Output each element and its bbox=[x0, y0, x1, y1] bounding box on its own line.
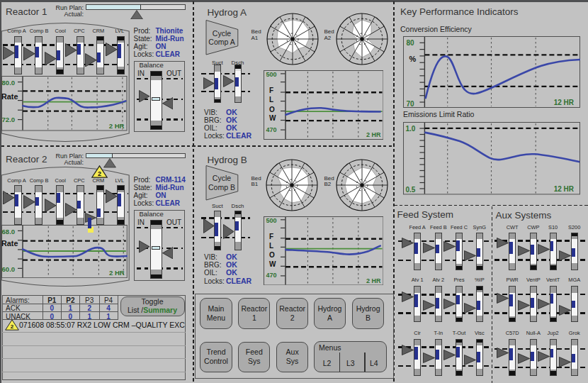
svg-text:F: F bbox=[269, 232, 273, 240]
svg-text:80.0: 80.0 bbox=[2, 79, 16, 87]
svg-text:O: O bbox=[269, 251, 275, 259]
svg-text:F: F bbox=[269, 87, 273, 94]
svg-text:12 HR: 12 HR bbox=[553, 186, 573, 194]
svg-text:2 HR: 2 HR bbox=[366, 131, 381, 138]
svg-text:470: 470 bbox=[266, 126, 276, 133]
svg-text:O: O bbox=[269, 106, 275, 113]
svg-text:1.0: 1.0 bbox=[405, 126, 415, 133]
svg-text:470: 470 bbox=[266, 272, 276, 279]
svg-text:12 HR: 12 HR bbox=[553, 99, 574, 106]
svg-text:2 HR: 2 HR bbox=[109, 269, 125, 277]
svg-text:68.0: 68.0 bbox=[1, 227, 15, 235]
svg-text:70: 70 bbox=[406, 100, 414, 108]
svg-text:80: 80 bbox=[406, 40, 414, 48]
svg-text:L: L bbox=[269, 242, 273, 250]
svg-text:L: L bbox=[269, 96, 273, 104]
svg-text:2 HR: 2 HR bbox=[366, 277, 381, 284]
svg-text:2 HR: 2 HR bbox=[109, 122, 125, 130]
svg-text:Rate: Rate bbox=[1, 92, 18, 101]
svg-text:0.5: 0.5 bbox=[405, 187, 415, 194]
svg-text:60.0: 60.0 bbox=[1, 265, 15, 273]
svg-text:500: 500 bbox=[266, 71, 276, 78]
svg-text:500: 500 bbox=[266, 216, 276, 223]
svg-text:%: % bbox=[409, 55, 416, 63]
svg-text:2: 2 bbox=[98, 170, 101, 177]
svg-text:W: W bbox=[269, 115, 276, 123]
svg-text:72.0: 72.0 bbox=[2, 116, 16, 124]
svg-text:Rate: Rate bbox=[1, 239, 18, 248]
svg-text:W: W bbox=[269, 260, 276, 268]
svg-text:2: 2 bbox=[10, 323, 13, 330]
